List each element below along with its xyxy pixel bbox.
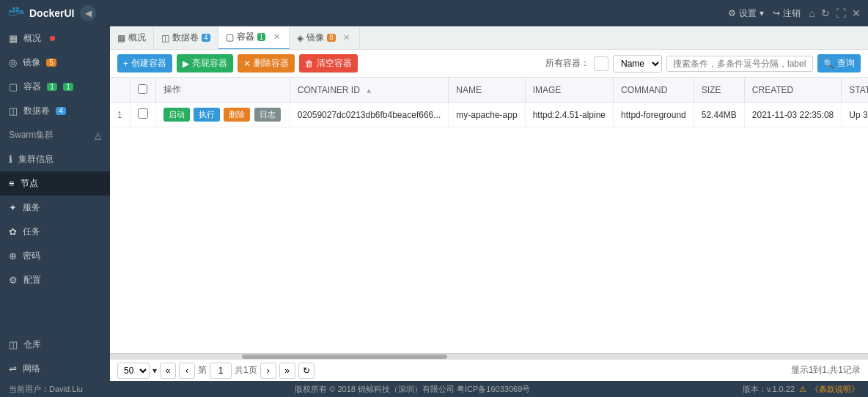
action-start-button[interactable]: 启动 (163, 108, 190, 122)
overview-icon: ▦ (9, 33, 18, 44)
sidebar-item-tasks[interactable]: ✿ 任务 (0, 220, 110, 244)
logo-text: DockerUI (29, 7, 74, 19)
toolbar-right: 所有容器： Name 🔍 查询 (545, 54, 861, 73)
sidebar-item-container[interactable]: ▢ 容器 1 1 (0, 75, 110, 99)
docker-logo-icon (7, 4, 25, 22)
tab-label: 容器 (237, 31, 254, 43)
overview-tab-icon: ▦ (117, 33, 125, 43)
last-page-button[interactable]: » (279, 363, 295, 379)
svg-rect-3 (16, 10, 19, 12)
search-icon: 🔍 (823, 59, 834, 69)
swarm-label: Swarm集群 (9, 129, 54, 141)
sidebar-item-configs[interactable]: ⚙ 配置 (0, 268, 110, 292)
scrollbar-thumb[interactable] (242, 355, 447, 359)
containers-tab-close[interactable]: ✕ (271, 32, 282, 42)
delete-icon: ✕ (243, 59, 251, 69)
action-exec-button[interactable]: 执行 (194, 108, 220, 122)
filter-select[interactable]: Name (613, 55, 662, 73)
delete-container-button[interactable]: ✕ 删除容器 (238, 54, 295, 73)
sidebar-item-label: 数据卷 (23, 105, 50, 117)
version: 版本：v.1.0.22 (743, 384, 795, 395)
sidebar-item-label: 配置 (23, 274, 41, 286)
fullscreen-icon[interactable]: ⛶ (836, 7, 846, 19)
col-name: NAME (449, 78, 525, 103)
home-icon[interactable]: ⌂ (809, 7, 815, 19)
create-container-button[interactable]: + 创建容器 (117, 54, 172, 73)
first-page-button[interactable]: « (160, 363, 176, 379)
back-button[interactable]: ◀ (80, 5, 96, 21)
refresh-icon[interactable]: ↻ (821, 7, 830, 19)
toolbar: + 创建容器 ▶ 亮屁容器 ✕ 删除容器 🗑 清空容器 所有容器： Name (110, 50, 868, 78)
col-num (110, 78, 130, 103)
close-icon[interactable]: ✕ (852, 7, 861, 19)
row-container-id: 02059027dc0213db6fb4beacef666... (290, 103, 449, 127)
terms-link[interactable]: 《条款说明》 (811, 384, 859, 395)
sidebar-item-overview[interactable]: ▦ 概况 (0, 26, 110, 51)
sidebar-item-secrets[interactable]: ⊕ 密码 (0, 244, 110, 268)
containers-table: 操作 CONTAINER ID ▲ NAME IMAGE COMMAND SIZ… (110, 78, 868, 127)
page-size-select[interactable]: 50 (117, 363, 150, 379)
action-log-button[interactable]: 日志 (254, 108, 281, 122)
svg-rect-2 (12, 7, 15, 10)
tab-images[interactable]: ◈ 镜像 8 ✕ (290, 26, 360, 50)
mirror-icon: ◎ (9, 57, 17, 68)
cluster-info-icon: ℹ (9, 154, 12, 165)
network-icon: ⇌ (9, 363, 17, 374)
col-action: 操作 (155, 78, 290, 103)
logout-button[interactable]: ↪ 注销 (773, 7, 801, 20)
volumes-tab-badge: 4 (202, 34, 210, 42)
sidebar-item-volumes[interactable]: ◫ 数据卷 4 (0, 99, 110, 123)
tab-label: 概况 (128, 31, 146, 44)
query-button[interactable]: 🔍 查询 (817, 54, 861, 73)
prev-page-button[interactable]: ‹ (179, 363, 195, 379)
select-all-checkbox[interactable] (138, 84, 147, 94)
sidebar-item-services[interactable]: ✦ 服务 (0, 196, 110, 220)
volumes-icon: ◫ (9, 105, 18, 116)
color-filter-box[interactable] (594, 56, 608, 71)
sidebar-item-label: 概况 (23, 32, 41, 45)
action-delete-button[interactable]: 删除 (224, 108, 250, 122)
swarm-section-header[interactable]: Swarm集群 △ (0, 123, 110, 147)
sidebar-item-nodes[interactable]: ≡ 节点 (0, 171, 110, 196)
sidebar-item-network[interactable]: ⇌ 网络 (0, 357, 110, 381)
row-status: Up 38 hours (842, 103, 868, 127)
tab-volumes[interactable]: ◫ 数据卷 4 (154, 26, 218, 50)
start-icon: ▶ (183, 59, 189, 69)
table-header-row: 操作 CONTAINER ID ▲ NAME IMAGE COMMAND SIZ… (110, 78, 868, 103)
tab-overview[interactable]: ▦ 概况 (110, 26, 154, 50)
col-status: STATUS (842, 78, 868, 103)
configs-icon: ⚙ (9, 275, 18, 286)
settings-button[interactable]: ⚙ 设置 ▾ (728, 7, 764, 20)
secrets-icon: ⊕ (9, 251, 17, 261)
containers-tab-icon: ▢ (226, 32, 234, 42)
table-row: 1 启动 执行 删除 日志 02059027dc0213db6fb4beacef… (110, 103, 868, 127)
row-num: 1 (110, 103, 130, 127)
sidebar-item-warehouse[interactable]: ◫ 仓库 (0, 333, 110, 357)
header: DockerUI ◀ ⚙ 设置 ▾ ↪ 注销 ⌂ ↻ ⛶ ✕ (0, 0, 868, 26)
sidebar-item-label: 集群信息 (18, 153, 54, 166)
horizontal-scrollbar[interactable] (110, 353, 868, 359)
col-created: CREATED (744, 78, 841, 103)
next-page-button[interactable]: › (260, 363, 276, 379)
start-container-button[interactable]: ▶ 亮屁容器 (177, 54, 233, 73)
filter-input[interactable] (666, 56, 813, 72)
row-actions: 启动 执行 删除 日志 (155, 103, 290, 127)
tab-containers[interactable]: ▢ 容器 1 ✕ (218, 26, 290, 50)
container-icon: ▢ (9, 81, 18, 92)
tasks-icon: ✿ (9, 226, 17, 237)
plus-icon: + (123, 59, 128, 69)
images-tab-close[interactable]: ✕ (342, 33, 352, 43)
row-checkbox[interactable] (138, 108, 148, 119)
warning-icon: ⚠ (799, 385, 806, 394)
volumes-tab-icon: ◫ (161, 33, 169, 43)
sidebar-item-mirror[interactable]: ◎ 镜像 5 (0, 51, 110, 75)
footer-right: 版本：v.1.0.22 ⚠ 《条款说明》 (743, 384, 859, 395)
current-user: 当前用户：David.Liu (9, 384, 83, 395)
services-icon: ✦ (9, 202, 17, 213)
page-number-input[interactable] (210, 363, 232, 379)
sidebar-item-cluster-info[interactable]: ℹ 集群信息 (0, 147, 110, 171)
sort-icon[interactable]: ▲ (365, 86, 372, 94)
clear-container-button[interactable]: 🗑 清空容器 (299, 54, 358, 73)
pagination-refresh-button[interactable]: ↻ (298, 363, 315, 379)
col-size: SIZE (694, 78, 744, 103)
